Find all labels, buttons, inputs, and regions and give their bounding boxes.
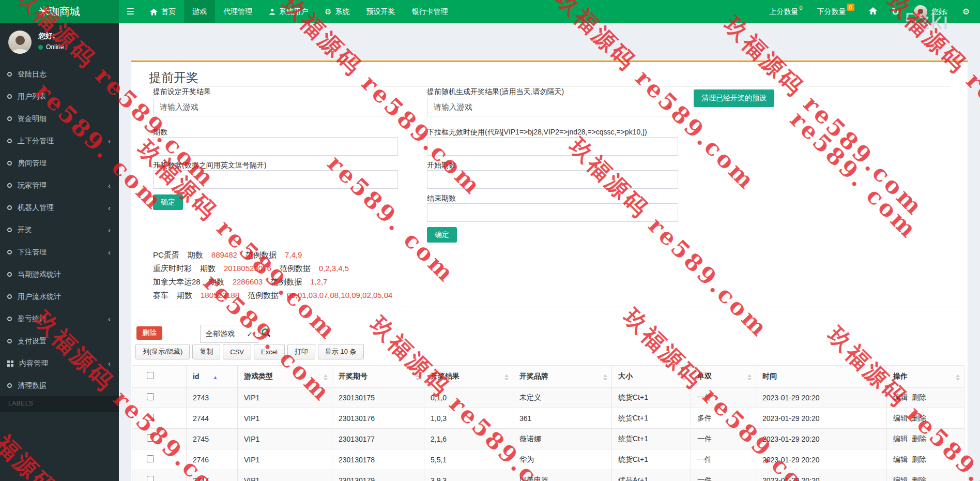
draw-data-input[interactable] xyxy=(153,170,398,189)
example-line: 赛车期数180523188范例数据06,01,03,07,08,10,09,02… xyxy=(153,289,401,302)
delete-link[interactable]: 删除 xyxy=(912,393,926,401)
nav-item-agents[interactable]: 代理管理 xyxy=(215,0,261,23)
game-select[interactable]: 请输入游戏 ▾ xyxy=(153,98,406,116)
chevron-down-icon: ▾ xyxy=(396,103,400,111)
example-game: 加拿大幸运28 xyxy=(153,277,201,286)
game-filter-select[interactable]: 全部游戏 ✓ xyxy=(200,325,258,343)
nav-item-label: 系统 xyxy=(335,7,349,17)
edit-link[interactable]: 编辑 xyxy=(893,414,908,422)
example-period-value: 2286603 xyxy=(233,277,263,286)
random-game-select[interactable]: 请输入游戏 ▾ xyxy=(427,98,678,116)
random-result-label: 提前随机生成开奖结果(适用当天,请勿隔天) xyxy=(427,87,564,97)
header-draw-result[interactable]: 开奖结果 xyxy=(424,366,513,387)
sidebar-item-bet-mgmt[interactable]: 下注管理‹ xyxy=(0,241,119,263)
example-period-label: 期数 xyxy=(177,291,192,299)
sidebar-item-robot-mgmt[interactable]: 机器人管理‹ xyxy=(0,197,119,219)
header-id[interactable]: id▲ xyxy=(187,366,238,387)
row-checkbox[interactable] xyxy=(147,393,154,400)
delete-link[interactable]: 删除 xyxy=(912,414,926,422)
sidebar-item-room-mgmt[interactable]: 房间管理 xyxy=(0,152,119,174)
header-parity[interactable]: 单双 xyxy=(691,366,756,387)
header-time[interactable]: 时间 xyxy=(756,366,887,387)
edit-link[interactable]: 编辑 xyxy=(893,393,908,401)
row-checkbox[interactable] xyxy=(147,414,154,421)
sidebar-item-profit-stats[interactable]: 盈亏统计‹ xyxy=(0,308,119,330)
header-actions[interactable]: 操作 xyxy=(887,366,964,387)
cell-time: 2023-01-29 20:20 xyxy=(756,470,887,481)
sidebar-item-user-flow-stats[interactable]: 用户流水统计 xyxy=(0,285,119,308)
sidebar-toggle-button[interactable]: ☰ xyxy=(119,0,142,23)
divider xyxy=(135,307,962,307)
period-input[interactable] xyxy=(153,137,398,156)
nav-item-bank-cards[interactable]: 银行卡管理 xyxy=(403,0,456,23)
datatable-buttons: 列(显示/隐藏) 复制 CSV Excel 打印 显示 10 条 xyxy=(135,344,364,359)
nav-item-home[interactable]: 首页 xyxy=(142,0,184,23)
sidebar-item-content-mgmt[interactable]: 内容管理‹ xyxy=(0,352,119,374)
row-checkbox[interactable] xyxy=(147,434,154,442)
edit-link[interactable]: 编辑 xyxy=(893,476,908,481)
sidebar-item-label: 用户列表 xyxy=(18,92,47,101)
print-button[interactable]: 打印 xyxy=(287,344,315,359)
header-draw-brand[interactable]: 开奖品牌 xyxy=(513,366,612,387)
confirm-button-left[interactable]: 确定 xyxy=(153,194,183,210)
delete-selected-button[interactable]: 删除 xyxy=(136,326,162,340)
brand-logo[interactable]: 米珈商城 xyxy=(0,0,119,23)
circle-icon xyxy=(7,250,12,254)
select-all-checkbox[interactable] xyxy=(147,372,154,379)
copy-button[interactable]: 复制 xyxy=(192,344,220,359)
delete-link[interactable]: 删除 xyxy=(912,434,926,443)
csv-button[interactable]: CSV xyxy=(223,344,251,359)
search-icon[interactable] xyxy=(262,328,269,336)
header-draw-period[interactable]: 开奖期号 xyxy=(332,366,424,387)
nav-item-system[interactable]: ⚙ 系统 xyxy=(316,0,358,23)
code-fallback-input[interactable] xyxy=(427,137,678,156)
edit-link[interactable]: 编辑 xyxy=(893,434,908,443)
example-period-value: 20180523076 xyxy=(224,264,271,273)
confirm-button-right[interactable]: 确定 xyxy=(427,227,457,243)
navbar-home-button[interactable] xyxy=(864,0,882,23)
start-period-input[interactable] xyxy=(427,170,678,189)
delete-link[interactable]: 删除 xyxy=(912,476,926,481)
nav-item-label: 代理管理 xyxy=(223,7,252,17)
sidebar-item-draw[interactable]: 开奖‹ xyxy=(0,219,119,241)
sidebar-item-user-list[interactable]: 用户列表 xyxy=(0,85,119,108)
chevron-left-icon: ‹ xyxy=(108,137,111,145)
header-game-type[interactable]: 游戏类型 xyxy=(238,366,332,387)
clear-drawn-presets-button[interactable]: 清理已经开奖的预设 xyxy=(694,89,774,107)
up-points-link[interactable]: 上分数量 0 xyxy=(764,0,807,23)
sidebar-item-points-mgmt[interactable]: 上下分管理‹ xyxy=(0,130,119,152)
down-points-badge: 0 xyxy=(847,4,854,11)
nav-item-system-users[interactable]: 系统用户 xyxy=(261,0,316,23)
circle-icon xyxy=(7,205,12,210)
page-title: 提前开奖 xyxy=(149,69,198,86)
row-checkbox[interactable] xyxy=(147,476,154,481)
excel-button[interactable]: Excel xyxy=(254,344,285,359)
sidebar-item-player-mgmt[interactable]: 玩家管理‹ xyxy=(0,174,119,197)
cell-actions: 编辑删除 xyxy=(887,449,964,470)
example-period-value: 180523188 xyxy=(201,291,239,299)
sidebar-item-fund-detail[interactable]: 资金明细 xyxy=(0,108,119,130)
circle-icon xyxy=(7,72,12,77)
header-size[interactable]: 大小 xyxy=(612,366,691,387)
sidebar-item-login-log[interactable]: 登陆日志 xyxy=(0,63,119,85)
page-length-button[interactable]: 显示 10 条 xyxy=(318,344,364,359)
refresh-button[interactable]: ↻ xyxy=(886,0,905,23)
end-period-input[interactable] xyxy=(427,203,678,222)
edit-link[interactable]: 编辑 xyxy=(893,455,908,463)
column-visibility-button[interactable]: 列(显示/隐藏) xyxy=(135,344,190,359)
cell-actions: 编辑删除 xyxy=(887,408,964,429)
online-status[interactable]: Online xyxy=(38,43,64,51)
sidebar-item-label: 内容管理 xyxy=(19,359,48,368)
down-points-link[interactable]: 下分数量 0 xyxy=(812,0,860,23)
example-sample-value: 7,4,9 xyxy=(285,250,302,259)
nav-item-preset-draw[interactable]: 预设开奖 xyxy=(358,0,403,23)
settings-gear-button[interactable]: ⚙ xyxy=(957,0,975,23)
sidebar-item-payment-settings[interactable]: 支付设置 xyxy=(0,330,119,352)
cell-game-type: VIP1 xyxy=(238,470,332,481)
cell-draw-result: 2,1,6 xyxy=(424,429,513,449)
delete-link[interactable]: 删除 xyxy=(912,455,926,463)
sidebar-item-clean-data[interactable]: 清理数据 xyxy=(0,374,119,397)
sidebar-item-current-game-stats[interactable]: 当期游戏统计 xyxy=(0,263,119,285)
nav-item-games[interactable]: 游戏 xyxy=(184,0,215,23)
row-checkbox[interactable] xyxy=(147,455,154,462)
